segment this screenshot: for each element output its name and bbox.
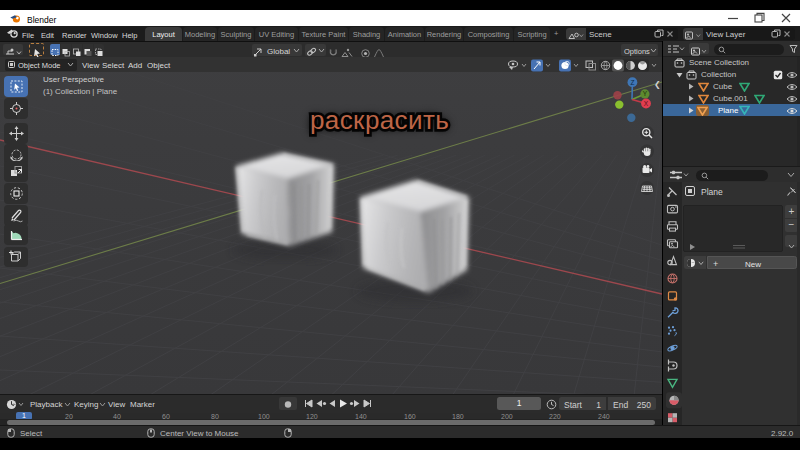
svg-text:Y: Y — [643, 90, 648, 97]
svg-text:X: X — [644, 100, 649, 107]
svg-text:Z: Z — [630, 79, 634, 86]
